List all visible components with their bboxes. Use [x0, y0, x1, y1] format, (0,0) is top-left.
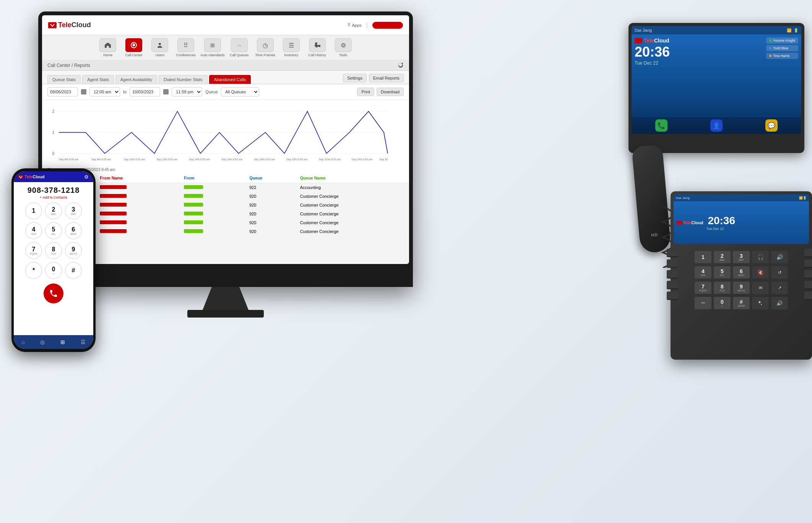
deskphone-key-hold[interactable]: ↺ [771, 266, 788, 279]
tab-dialednumberstats[interactable]: Dialed Number Stats [159, 75, 208, 84]
from-date-input[interactable] [47, 87, 78, 96]
key-9[interactable]: 9 WXYZ [65, 242, 82, 259]
deskphone-key-minus[interactable]: — [695, 297, 711, 310]
nav-item-callqueues[interactable]: ··· Call Queues [228, 38, 251, 57]
table-row: 03 922 Accounting [42, 183, 409, 192]
yealink-phone-app-icon[interactable]: 📞 [655, 119, 667, 132]
home-icon-box [99, 38, 116, 52]
tab-agentstats[interactable]: Agent Stats [82, 75, 114, 84]
yealink-screen-inner: Dae Jiang 📶 🔋 TeleCloud [632, 26, 801, 134]
phone-status-bar: TeleCloud ⚙ [14, 171, 93, 182]
yealink-tablet: Yealink Dae Jiang 📶 🔋 [628, 23, 804, 153]
tab-agentavailability[interactable]: Agent Availability [115, 75, 157, 84]
deskphone-key-star[interactable]: *. [752, 297, 769, 310]
key-0[interactable]: 0 + [45, 262, 62, 279]
deskphone-key-1[interactable]: 1 [695, 251, 711, 264]
deskphone-key-4[interactable]: 4GHI [695, 266, 711, 279]
nav-item-callhistory[interactable]: Call History [306, 38, 329, 57]
to-calendar-icon[interactable] [163, 89, 169, 94]
nav-item-timeframes[interactable]: ◷ Time Frames [254, 38, 277, 57]
key-3[interactable]: 3 DEF [65, 202, 82, 219]
cell-queue: 922 [245, 183, 296, 192]
deskphone-key-6[interactable]: 6MNO [733, 266, 750, 279]
yealink-screen: Dae Jiang 📶 🔋 TeleCloud [632, 26, 801, 134]
tabs-left: Queue Stats Agent Stats Agent Availabili… [47, 75, 251, 84]
deskphone-keypad: 1 2ABC 3DEF 🎧 🔊 4GHI 5JKL 6MNO 🔇 ↺ 7PQRS… [674, 249, 809, 357]
col-queuename[interactable]: Queue Name [296, 173, 409, 183]
phone-call-button[interactable] [44, 283, 63, 303]
phone-nav-keypad[interactable]: ⊞ [60, 339, 65, 345]
deskphone-key-transfer[interactable]: ↗ [771, 282, 788, 295]
key-7[interactable]: 7 PQRS [25, 242, 42, 259]
phone-add-contact[interactable]: + Add to Contacts [40, 196, 67, 199]
settings-button[interactable]: Settings [343, 74, 367, 82]
monitor-screen: TeleCloud ⠿ Apps | [42, 15, 409, 264]
deskphone-key-3[interactable]: 3DEF [733, 251, 750, 264]
yealink-top-bar: Dae Jiang 📶 🔋 [632, 26, 801, 34]
nav-item-conferences[interactable]: ⠿ Conferences [174, 38, 197, 57]
email-reports-button[interactable]: Email Reports [369, 74, 404, 82]
yealink-logo-icon [635, 38, 642, 43]
nav-item-autoattendants[interactable]: ⊞ Auto Attendants [200, 38, 225, 57]
nav-label-callhistory: Call History [309, 53, 326, 57]
tab-queuestats[interactable]: Queue Stats [47, 75, 81, 84]
refresh-icon[interactable] [398, 62, 404, 68]
yealink-messages-app-icon[interactable]: 💬 [765, 119, 778, 132]
deskphone-key-volume[interactable]: 🔊 [771, 297, 788, 310]
phone-nav-settings[interactable]: ☰ [81, 339, 86, 345]
deskphone-key-7[interactable]: 7PQRS [695, 282, 711, 295]
cell-from [180, 210, 245, 218]
yealink-contacts-app-icon[interactable]: 👤 [710, 119, 723, 132]
to-time-select[interactable]: 11:59 pm [172, 87, 202, 96]
queue-select[interactable]: All Queues [221, 87, 259, 96]
deskphone-key-9[interactable]: 9WXYZ [733, 282, 750, 295]
key-4[interactable]: 4 GHI [25, 222, 42, 239]
key-1[interactable]: 1 [25, 202, 42, 219]
nav-item-callcenter[interactable]: Call Center [122, 38, 145, 57]
cell-from [180, 227, 245, 235]
deskphone-key-2[interactable]: 2ABC [714, 251, 731, 264]
deskphone-key-hash[interactable]: #SEND [733, 297, 750, 310]
phone-nav-home[interactable]: ⌂ [21, 339, 24, 345]
nav-item-tools[interactable]: ⚙ Tools [332, 38, 355, 57]
deskphone-logo: TeleCloud [677, 220, 703, 225]
phone-settings-icon[interactable]: ⚙ [84, 174, 89, 180]
phone-nav-contacts[interactable]: ◎ [40, 339, 45, 345]
download-button[interactable]: Download [377, 88, 404, 96]
deskphone-key-voicemail[interactable]: ✉ [752, 282, 769, 295]
filter-bar: 12:00 am to 11:59 pm Queue All Queues Pr… [42, 84, 409, 100]
to-date-input[interactable] [130, 87, 160, 96]
deskphone-key-0[interactable]: 0+ [714, 297, 731, 310]
key-star[interactable]: * [25, 262, 42, 279]
keypad-row-1: 1 2ABC 3DEF 🎧 🔊 [676, 251, 807, 264]
from-calendar-icon[interactable] [81, 89, 86, 94]
key-6[interactable]: 6 MNO [65, 222, 82, 239]
nav-item-users[interactable]: Users [148, 38, 171, 57]
cell-fromname [96, 192, 180, 201]
cell-queue: 920 [245, 227, 296, 235]
from-time-select[interactable]: 12:00 am [89, 87, 120, 96]
col-from[interactable]: From [180, 173, 245, 183]
print-button[interactable]: Print [357, 88, 374, 96]
yealink-contact-2: Todd Blue [766, 45, 798, 51]
col-queue[interactable]: Queue [245, 173, 296, 183]
key-2[interactable]: 2 ABC [45, 202, 62, 219]
key-8[interactable]: 8 TUV [45, 242, 62, 259]
deskphone-key-headset[interactable]: 🎧 [752, 251, 769, 264]
deskphone-key-5[interactable]: 5JKL [714, 266, 731, 279]
deskphone-time: 20:36 [708, 215, 735, 227]
deskphone-key-8[interactable]: 8TUV [714, 282, 731, 295]
apps-button[interactable]: ⠿ Apps [348, 23, 362, 28]
key-hash[interactable]: # [65, 262, 82, 279]
col-fromname[interactable]: From Name [96, 173, 180, 183]
table-row: 920 Customer Concierge [42, 192, 409, 201]
key-5[interactable]: 5 JKL [45, 222, 62, 239]
deskphone-key-mute[interactable]: 🔇 [752, 266, 769, 279]
tab-abandonedcalls[interactable]: Abandoned Calls [209, 75, 251, 84]
nav-label-timeframes: Time Frames [255, 53, 275, 57]
deskphone-key-speaker[interactable]: 🔊 [771, 251, 788, 264]
conferences-icon-box: ⠿ [177, 38, 194, 52]
nav-item-inventory[interactable]: ☰ Inventory [280, 38, 303, 57]
nav-item-home[interactable]: Home [96, 38, 119, 57]
phone-call-icon [49, 289, 58, 298]
